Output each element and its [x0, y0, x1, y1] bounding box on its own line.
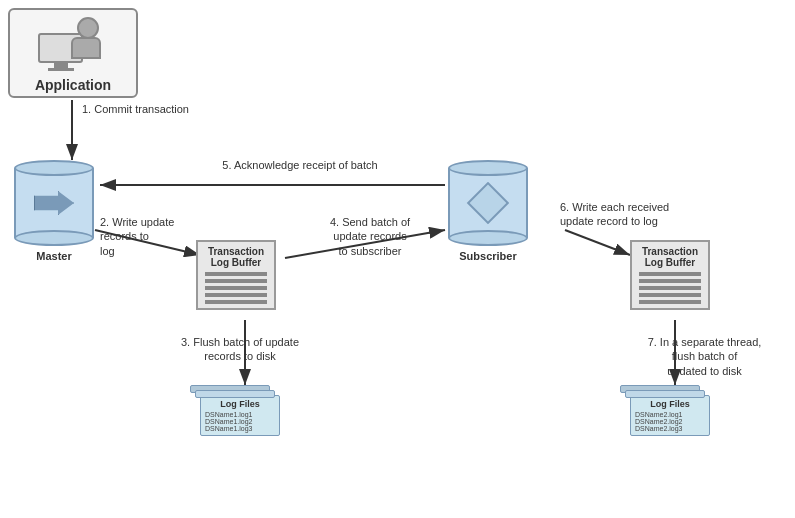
subscriber-db-body: [448, 168, 528, 238]
svg-line-7: [565, 230, 630, 255]
application-box: Application: [8, 8, 138, 98]
log-buffer-box-right: TransactionLog Buffer: [630, 240, 710, 310]
log-file-card-1b: [195, 390, 275, 398]
diagram-container: Application 1. Commit transaction Master…: [0, 0, 795, 518]
subscriber-label: Subscriber: [459, 250, 516, 262]
step3-label: 3. Flush batch of update records to disk: [155, 335, 325, 364]
master-label: Master: [36, 250, 71, 262]
application-label: Application: [35, 77, 111, 93]
log-line-5: [205, 300, 266, 304]
master-db-bottom: [14, 230, 94, 246]
step2-label: 2. Write update records to log: [100, 215, 190, 258]
log-line-r1: [639, 272, 700, 276]
log-buffer-box-left: TransactionLog Buffer: [196, 240, 276, 310]
log-buffer-label-right: TransactionLog Buffer: [642, 246, 698, 268]
log-file-card-1a: Log Files DSName1.log1 DSName1.log2 DSNa…: [200, 395, 280, 436]
subscriber-diamond-icon: [467, 182, 509, 224]
log-line-r3: [639, 286, 700, 290]
master-arrow-icon: [34, 191, 74, 215]
master-db: Master: [14, 160, 94, 262]
transaction-log-buffer-left: TransactionLog Buffer: [196, 240, 276, 310]
log-line-2: [205, 279, 266, 283]
log-lines-left: [202, 272, 270, 304]
master-db-top: [14, 160, 94, 176]
step5-label: 5. Acknowledge receipt of batch: [155, 158, 445, 172]
log-line-4: [205, 293, 266, 297]
log-file-card-2a: Log Files DSName2.log1 DSName2.log2 DSNa…: [630, 395, 710, 436]
log-buffer-label-left: TransactionLog Buffer: [208, 246, 264, 268]
subscriber-db-top: [448, 160, 528, 176]
subscriber-db: Subscriber: [448, 160, 528, 262]
log-line-1: [205, 272, 266, 276]
log-line-r4: [639, 293, 700, 297]
log-lines-right: [636, 272, 704, 304]
log-line-3: [205, 286, 266, 290]
step6-label: 6. Write each received update record to …: [560, 200, 690, 229]
transaction-log-buffer-right: TransactionLog Buffer: [630, 240, 710, 310]
subscriber-db-bottom: [448, 230, 528, 246]
log-file-card-2b: [625, 390, 705, 398]
step1-label: 1. Commit transaction: [82, 102, 189, 116]
log-line-r5: [639, 300, 700, 304]
step4-label: 4. Send batch of update records to subsc…: [300, 215, 440, 258]
step7-label: 7. In a separate thread, flush batch of …: [622, 335, 787, 378]
master-db-body: [14, 168, 94, 238]
log-files-left: Log Files DSName1.log1 DSName1.log2 DSNa…: [190, 385, 290, 445]
log-files-right: Log Files DSName2.log1 DSName2.log2 DSNa…: [620, 385, 720, 445]
log-line-r2: [639, 279, 700, 283]
